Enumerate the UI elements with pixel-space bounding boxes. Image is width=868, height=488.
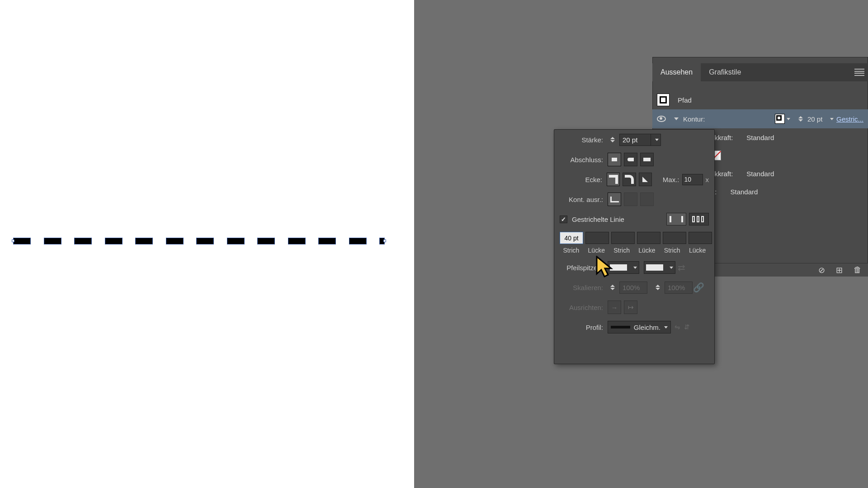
arrow-align-tip-button: ↦ bbox=[624, 300, 637, 314]
corner-label: Ecke: bbox=[560, 176, 607, 183]
dash-segment bbox=[136, 238, 152, 244]
align-stroke-label: Kont. ausr.: bbox=[560, 196, 608, 203]
weight-dropdown[interactable] bbox=[651, 134, 661, 146]
dash-label: Strich bbox=[560, 247, 583, 254]
profile-label: Profil: bbox=[560, 324, 608, 331]
dash-pattern-labels: Strich Lücke Strich Lücke Strich Lücke bbox=[554, 247, 714, 258]
object-type-row: Pfad bbox=[652, 90, 868, 109]
cap-butt-button[interactable] bbox=[608, 153, 621, 166]
gap-input-3[interactable] bbox=[689, 232, 712, 244]
appearance-panel-tabs: Aussehen Grafikstile bbox=[652, 63, 868, 81]
arrowhead-align-row: Ausrichten: → ↦ bbox=[554, 297, 714, 317]
dashed-line-checkbox[interactable] bbox=[560, 216, 567, 223]
dash-pattern-inputs bbox=[554, 229, 714, 247]
flip-horizontal-icon: ⇋ bbox=[675, 323, 680, 331]
gap-label: Lücke bbox=[686, 247, 709, 254]
arrowhead-end-dropdown[interactable] bbox=[644, 261, 675, 274]
arrowheads-label: Pfeilspitzen: bbox=[560, 264, 608, 272]
miter-limit-label: Max.: bbox=[663, 176, 682, 183]
profile-value: Gleichm. bbox=[634, 324, 660, 331]
corner-row: Ecke: Max.: x bbox=[554, 169, 714, 189]
object-thumb-icon bbox=[657, 94, 670, 106]
visibility-icon[interactable] bbox=[657, 116, 666, 122]
scale-stepper bbox=[610, 285, 617, 290]
dashed-line-object[interactable] bbox=[14, 237, 390, 245]
dash-segment bbox=[14, 238, 30, 244]
chevron-down-icon[interactable] bbox=[830, 118, 834, 120]
scale-label: Skalieren: bbox=[560, 284, 608, 291]
delete-icon[interactable]: 🗑 bbox=[854, 265, 862, 275]
gap-input-2[interactable] bbox=[637, 232, 660, 244]
scale-stepper bbox=[656, 285, 662, 290]
caps-row: Abschluss: bbox=[554, 150, 714, 169]
object-type-label: Pfad bbox=[678, 96, 692, 104]
align-stroke-outside-button[interactable] bbox=[640, 192, 654, 206]
dash-align-preserve-button[interactable] bbox=[666, 213, 686, 225]
dash-segment bbox=[197, 238, 213, 244]
profile-dropdown[interactable]: Gleichm. bbox=[608, 321, 671, 333]
tab-aussehen[interactable]: Aussehen bbox=[652, 63, 701, 81]
weight-stepper[interactable] bbox=[610, 137, 617, 142]
arrowhead-scale-row: Skalieren: 🔗 bbox=[554, 277, 714, 297]
stroke-weight-value[interactable]: 20 pt bbox=[807, 115, 828, 123]
corner-miter-button[interactable] bbox=[607, 173, 620, 186]
stroke-color-swatch[interactable] bbox=[775, 114, 785, 124]
dash-align-corners-button[interactable] bbox=[689, 213, 709, 225]
miter-x-label: x bbox=[706, 176, 709, 183]
dash-segment bbox=[105, 238, 122, 244]
profile-row: Profil: Gleichm. ⇋ ⇵ bbox=[554, 317, 714, 337]
caps-label: Abschluss: bbox=[560, 156, 608, 164]
miter-limit-input[interactable] bbox=[682, 174, 703, 185]
align-stroke-inside-button[interactable] bbox=[624, 192, 637, 206]
dash-segment bbox=[227, 238, 244, 244]
canvas[interactable] bbox=[0, 0, 414, 488]
scale-end-input bbox=[665, 282, 693, 294]
weight-stepper[interactable] bbox=[798, 116, 805, 122]
cap-projecting-button[interactable] bbox=[640, 153, 654, 166]
weight-field[interactable] bbox=[623, 136, 644, 144]
stroke-options-panel: Stärke: Abschluss: Ecke: Max.: x Kont. a… bbox=[554, 129, 715, 364]
panel-menu-icon[interactable] bbox=[854, 69, 864, 76]
swap-arrowheads-icon[interactable]: ⇄ bbox=[675, 262, 687, 273]
gap-label: Lücke bbox=[585, 247, 608, 254]
dashed-line-row: Gestrichelte Linie bbox=[554, 209, 714, 229]
dash-segment bbox=[288, 238, 305, 244]
add-appearance-icon[interactable]: ⊞ bbox=[836, 265, 843, 275]
align-stroke-row: Kont. ausr.: bbox=[554, 189, 714, 209]
chevron-down-icon[interactable] bbox=[787, 118, 790, 120]
opacity-value[interactable]: Standard bbox=[746, 170, 774, 178]
arrowhead-start-dropdown[interactable] bbox=[608, 261, 639, 274]
opacity-value[interactable]: Standard bbox=[731, 188, 758, 196]
dash-input-3[interactable] bbox=[663, 232, 686, 244]
arrow-align-extend-button: → bbox=[608, 300, 621, 314]
dash-segment bbox=[258, 238, 274, 244]
stroke-weight-row: Stärke: bbox=[554, 130, 714, 150]
gap-input-1[interactable] bbox=[585, 232, 609, 244]
weight-input[interactable] bbox=[619, 134, 651, 146]
gap-label: Lücke bbox=[635, 247, 658, 254]
link-scale-icon: 🔗 bbox=[693, 282, 704, 293]
dash-label: Strich bbox=[660, 247, 684, 254]
corner-round-button[interactable] bbox=[623, 173, 636, 186]
dash-input-2[interactable] bbox=[611, 232, 635, 244]
dash-segment bbox=[75, 238, 91, 244]
fx-disabled-icon: ⊘ bbox=[818, 265, 825, 275]
dash-label: Strich bbox=[610, 247, 633, 254]
scale-start-input bbox=[619, 282, 647, 294]
dash-segment bbox=[380, 238, 384, 244]
dash-segment bbox=[44, 238, 61, 244]
stroke-dashed-link[interactable]: Gestric... bbox=[836, 115, 863, 123]
expand-icon[interactable] bbox=[674, 117, 679, 120]
tab-grafikstile[interactable]: Grafikstile bbox=[701, 63, 749, 81]
weight-label: Stärke: bbox=[560, 136, 608, 144]
stroke-label: Kontur: bbox=[683, 115, 705, 123]
opacity-value[interactable]: Standard bbox=[746, 134, 774, 141]
arrowheads-row: Pfeilspitzen: ⇄ bbox=[554, 258, 714, 277]
cap-round-button[interactable] bbox=[624, 153, 637, 166]
dash-segment bbox=[349, 238, 366, 244]
dash-input-1[interactable] bbox=[560, 232, 583, 244]
stroke-attribute-row[interactable]: Kontur: 20 pt Gestric... bbox=[652, 109, 868, 128]
align-stroke-center-button[interactable] bbox=[608, 192, 621, 206]
corner-bevel-button[interactable] bbox=[639, 173, 652, 186]
dash-segment bbox=[319, 238, 335, 244]
